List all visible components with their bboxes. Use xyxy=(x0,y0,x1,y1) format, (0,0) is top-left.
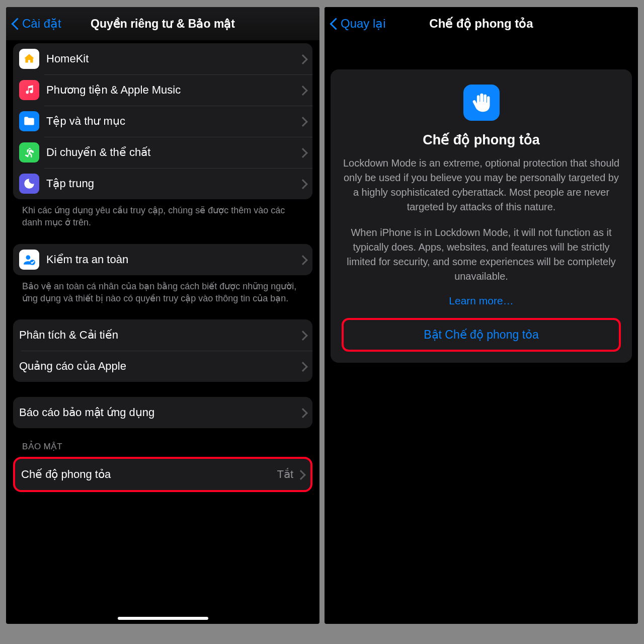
row-label: Kiểm tra an toàn xyxy=(46,253,299,266)
phone-left-privacy: Cài đặt Quyền riêng tư & Bảo mật HomeKit… xyxy=(6,7,319,624)
row-label: Tập trung xyxy=(46,177,299,190)
chevron-right-icon xyxy=(299,147,305,157)
chevron-right-icon xyxy=(299,408,305,418)
row-label: Tệp và thư mục xyxy=(46,115,299,128)
hand-stop-icon xyxy=(463,85,500,121)
row-value: Tắt xyxy=(277,468,293,481)
settings-group-privacy-report: Báo cáo bảo mật ứng dụng xyxy=(13,397,312,428)
nav-back-label: Cài đặt xyxy=(22,17,61,31)
group-footnote: Khi các ứng dụng yêu cầu truy cập, chúng… xyxy=(13,199,312,229)
home-indicator[interactable] xyxy=(118,617,208,620)
chevron-left-icon xyxy=(330,17,339,31)
chevron-right-icon xyxy=(299,179,305,189)
card-paragraph-1: Lockdown Mode is an extreme, optional pr… xyxy=(342,156,621,214)
card-title: Chế độ phong tỏa xyxy=(342,132,621,148)
row-label: Phương tiện & Apple Music xyxy=(46,84,299,97)
row-label: Báo cáo bảo mật ứng dụng xyxy=(19,406,299,419)
nav-bar: Cài đặt Quyền riêng tư & Bảo mật xyxy=(6,7,319,40)
chevron-left-icon xyxy=(11,17,20,31)
row-homekit[interactable]: HomeKit xyxy=(13,43,312,74)
row-safety-check[interactable]: Kiểm tra an toàn xyxy=(13,244,312,275)
card-paragraph-2: When iPhone is in Lockdown Mode, it will… xyxy=(342,225,621,284)
section-header-security: BẢO MẬT xyxy=(13,428,312,453)
nav-back-label: Quay lại xyxy=(341,17,386,31)
chevron-right-icon xyxy=(299,54,305,64)
chevron-right-icon xyxy=(297,469,303,479)
chevron-right-icon xyxy=(299,255,305,265)
row-label: Chế độ phong tỏa xyxy=(21,468,277,481)
row-app-privacy-report[interactable]: Báo cáo bảo mật ứng dụng xyxy=(13,397,312,428)
safety-check-icon xyxy=(19,250,39,270)
group-footnote: Bảo vệ an toàn cá nhân của bạn bằng cách… xyxy=(13,275,312,305)
music-icon xyxy=(19,80,39,100)
row-files-folders[interactable]: Tệp và thư mục xyxy=(13,106,312,137)
settings-group-safety: Kiểm tra an toàn xyxy=(13,244,312,275)
row-lockdown-mode[interactable]: Chế độ phong tỏa Tắt xyxy=(15,459,310,490)
folder-icon xyxy=(19,111,39,131)
lockdown-card: Chế độ phong tỏa Lockdown Mode is an ext… xyxy=(331,69,632,363)
row-label: Quảng cáo của Apple xyxy=(19,360,299,373)
nav-bar: Quay lại Chế độ phong tỏa xyxy=(325,7,638,40)
row-apple-ads[interactable]: Quảng cáo của Apple xyxy=(13,351,312,382)
svg-point-0 xyxy=(26,255,31,260)
settings-group-lockdown: Chế độ phong tỏa Tắt xyxy=(13,457,312,492)
row-motion-fitness[interactable]: Di chuyển & thể chất xyxy=(13,137,312,168)
scroll-content: HomeKit Phương tiện & Apple Music Tệp và… xyxy=(6,40,319,624)
focus-icon xyxy=(19,174,39,194)
homekit-icon xyxy=(19,49,39,69)
row-label: Di chuyển & thể chất xyxy=(46,146,299,159)
settings-group-analytics: Phân tích & Cải tiến Quảng cáo của Apple xyxy=(13,319,312,382)
learn-more-link[interactable]: Learn more… xyxy=(342,295,621,307)
chevron-right-icon xyxy=(299,361,305,371)
nav-back-button[interactable]: Cài đặt xyxy=(11,17,61,31)
settings-group-apps: HomeKit Phương tiện & Apple Music Tệp và… xyxy=(13,43,312,199)
row-focus[interactable]: Tập trung xyxy=(13,168,312,199)
row-label: HomeKit xyxy=(46,52,299,65)
row-media-music[interactable]: Phương tiện & Apple Music xyxy=(13,74,312,106)
chevron-right-icon xyxy=(299,85,305,95)
nav-back-button[interactable]: Quay lại xyxy=(330,17,386,31)
row-label: Phân tích & Cải tiến xyxy=(19,329,299,342)
phone-right-lockdown: Quay lại Chế độ phong tỏa Chế độ phong t… xyxy=(325,7,638,624)
fitness-icon xyxy=(19,142,39,163)
chevron-right-icon xyxy=(299,116,305,126)
enable-lockdown-button[interactable]: Bật Chế độ phong tỏa xyxy=(342,318,621,352)
chevron-right-icon xyxy=(299,330,305,340)
row-analytics[interactable]: Phân tích & Cải tiến xyxy=(13,319,312,351)
